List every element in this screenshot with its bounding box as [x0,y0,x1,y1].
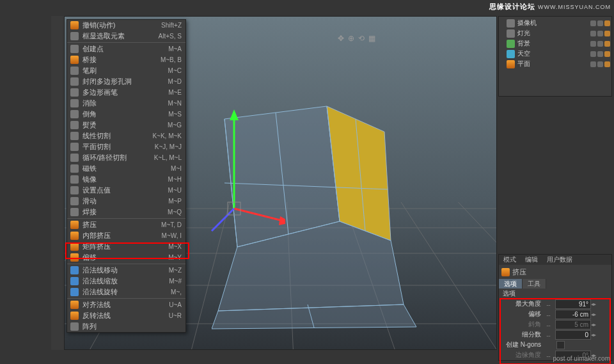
object-flags[interactable] [590,51,610,57]
menu-item[interactable]: 撤销(动作)Shift+Z [67,20,185,31]
menu-item[interactable]: 沿法线旋转M~, [67,287,185,297]
menu-item[interactable]: 滑动M~P [67,196,185,207]
subtab-options[interactable]: 选项 [499,279,523,289]
menu-label: 熨烫 [83,120,168,130]
property-row: 斜角....5 cm◂▸ [499,319,611,329]
menu-item[interactable]: 阵列 [67,321,185,332]
menu-label: 框显选取元素 [83,31,159,41]
object-row[interactable]: 摄像机 [500,18,610,28]
menu-label: 挤压 [83,220,161,230]
menu-label: 镜像 [83,175,168,184]
object-name: 平面 [517,59,588,68]
menu-item[interactable]: 磁铁M~I [67,163,185,174]
menu-icon [70,253,79,262]
menu-item[interactable]: 创建点M~A [67,44,185,54]
menu-shortcut: M~U [168,187,182,194]
menu-icon [70,132,79,140]
menu-shortcut: M~Q [168,209,182,216]
menu-shortcut: M~I [171,165,182,172]
menu-label: 沿法线旋转 [83,287,171,297]
view-zoom-icon[interactable]: ⊕ [348,34,354,43]
prop-value[interactable]: 0 [555,330,591,340]
menu-item[interactable]: 平面切割K~J, M~J [67,141,185,152]
menu-label: 笔刷 [83,66,168,75]
menu-shortcut: Alt+S, S [159,33,182,40]
menu-item[interactable]: 框显选取元素Alt+S, S [67,31,185,42]
menu-label: 倒角 [83,109,168,119]
menu-shortcut: M~H [168,176,182,183]
view-rotate-icon[interactable]: ⟲ [358,34,365,43]
menu-label: 设置点值 [83,186,168,195]
menu-item[interactable]: 消除M~N [67,98,185,109]
menu-item[interactable]: 熨烫M~G [67,120,185,131]
left-toolrail[interactable] [51,16,65,350]
object-flags[interactable] [590,20,610,26]
attr-subtabs[interactable]: 选项 工具 [499,279,611,289]
prop-value[interactable]: 91° [555,299,591,309]
object-flags[interactable] [590,61,610,67]
prop-checkbox[interactable] [556,341,565,349]
menu-item[interactable]: 挤压M~T, D [67,219,185,230]
menu-icon [70,56,79,64]
menu-shortcut: M~G [168,122,182,129]
object-flags[interactable] [590,41,610,47]
menu-icon [70,32,79,40]
object-flags[interactable] [590,31,610,36]
property-row: 细分数....0◂▸ [499,329,611,340]
menu-label: 对齐法线 [83,300,169,310]
menu-shortcut: M~W, I [162,232,182,239]
menu-shortcut: K~J, M~J [155,143,182,150]
menu-item[interactable]: 内部挤压M~W, I [67,230,185,241]
prop-spinner[interactable]: ◂▸ [591,322,596,328]
menu-item[interactable]: 笔刷M~C [67,65,185,76]
prop-spinner[interactable]: ◂▸ [591,301,596,307]
menu-item[interactable]: 桥接M~B, B [67,54,185,65]
menu-label: 创建点 [83,44,168,54]
menu-shortcut: M~Z [169,267,182,274]
object-row[interactable]: 天空 [500,49,610,59]
menu-item[interactable]: 封闭多边形孔洞M~D [67,76,185,87]
tab-userdata[interactable]: 用户数据 [542,255,577,265]
tab-edit[interactable]: 编辑 [521,255,542,265]
object-row[interactable]: 背景 [500,38,610,49]
section-title: 选项 [499,289,611,299]
menu-item[interactable]: 多边形画笔M~E [67,87,185,98]
tool-name: 挤压 [512,267,526,277]
prop-spinner[interactable]: ◂▸ [591,312,596,317]
prop-value[interactable]: 5 cm [555,320,591,329]
view-layout-icon[interactable]: ▦ [368,34,375,43]
menu-item[interactable]: 倒角M~S [67,109,185,120]
menu-item[interactable]: 设置点值M~U [67,185,185,196]
menu-item[interactable]: 循环/路径切割K~L, M~L [67,152,185,163]
prop-label: 最大角度 [501,299,541,308]
menu-item[interactable]: 对齐法线U~A [67,299,185,310]
menu-shortcut: M~B, B [161,56,182,63]
menu-item[interactable]: 沿法线缩放M~# [67,276,185,287]
menu-icon [70,21,79,29]
object-row[interactable]: 灯光 [500,28,610,38]
subtab-tool[interactable]: 工具 [523,279,546,289]
menu-item[interactable]: 线性切割K~K, M~K [67,131,185,141]
object-name: 天空 [517,49,588,58]
menu-shortcut: M~A [168,45,182,52]
prop-label: 边缘角度 [501,351,541,360]
menu-label: 矩阵挤压 [83,242,168,251]
menu-shortcut: M~D [168,78,182,85]
menu-item[interactable]: 反转法线U~R [67,310,185,321]
view-nav-icon[interactable]: ✥ [338,34,344,43]
menu-item[interactable]: 镜像M~H [67,174,185,185]
prop-spinner[interactable]: ◂▸ [591,332,596,338]
object-row[interactable]: 平面 [500,59,610,69]
prop-value[interactable]: -6 cm [555,310,591,319]
prop-label: 创建 N-gons [501,340,541,349]
menu-label: 反转法线 [83,311,169,320]
menu-shortcut: M~Y [168,254,182,261]
menu-item[interactable]: 焊接M~Q [67,207,185,218]
menu-item[interactable]: 矩阵挤压M~X [67,241,185,252]
menu-item[interactable]: 沿法线移动M~Z [67,265,185,276]
object-manager[interactable]: 摄像机灯光背景天空平面 [498,16,612,97]
tab-mode[interactable]: 模式 [499,255,521,265]
mesh-object[interactable] [212,93,429,330]
menu-item[interactable]: 偏移M~Y [67,252,185,263]
attr-mode-tabs[interactable]: 模式 编辑 用户数据 [499,255,611,265]
